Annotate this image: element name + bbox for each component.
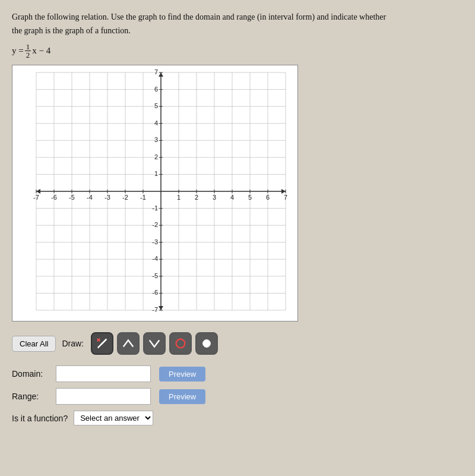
controls-row: Clear All Draw: <box>12 332 463 355</box>
draw-tool-dot[interactable] <box>195 332 218 355</box>
clear-all-button[interactable]: Clear All <box>12 336 56 352</box>
graph-canvas[interactable] <box>12 65 297 321</box>
draw-tool-v-up[interactable] <box>117 332 140 355</box>
domain-input[interactable] <box>56 365 151 382</box>
draw-tool-v-down[interactable] <box>143 332 166 355</box>
range-row: Range: Preview <box>12 388 463 405</box>
svg-point-3 <box>176 339 185 348</box>
domain-preview-button[interactable]: Preview <box>159 367 205 382</box>
draw-label: Draw: <box>62 339 84 348</box>
domain-label: Domain: <box>12 369 48 379</box>
range-input[interactable] <box>56 388 151 405</box>
range-label: Range: <box>12 392 48 401</box>
domain-row: Domain: Preview <box>12 365 463 382</box>
function-select[interactable]: Select an answer Yes No <box>74 411 153 425</box>
draw-tool-line[interactable] <box>91 332 113 355</box>
function-row: Is it a function? Select an answer Yes N… <box>12 411 463 425</box>
equation: y = 1 2 x − 4 <box>12 43 463 59</box>
svg-point-4 <box>203 340 211 348</box>
draw-tools <box>91 332 218 355</box>
graph-container[interactable] <box>12 65 298 321</box>
range-preview-button[interactable]: Preview <box>159 389 205 404</box>
function-label: Is it a function? <box>12 414 68 423</box>
instructions: Graph the following relation. Use the gr… <box>12 11 463 37</box>
draw-tool-circle[interactable] <box>169 332 192 355</box>
